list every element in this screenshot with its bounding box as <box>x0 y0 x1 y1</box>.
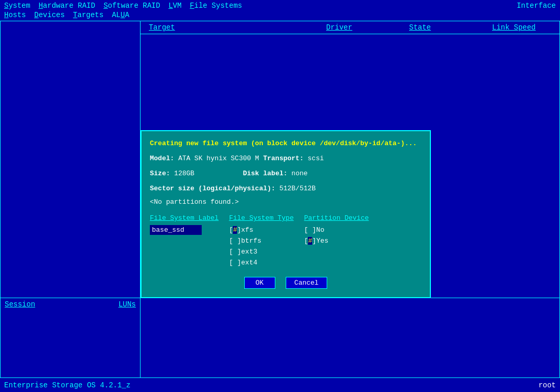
transport-label: Transport: <box>263 155 303 162</box>
sector-label: Sector size (logical/physical): <box>150 185 275 192</box>
fs-type-xfs[interactable]: [#]xfs <box>229 225 294 236</box>
partition-col: Partition Device [ ]No [#]Yes <box>304 214 369 247</box>
no-partitions: <No partitions found.> <box>150 198 422 206</box>
menu-system[interactable]: System <box>4 2 30 10</box>
disk-label-label: Disk label: <box>243 170 287 177</box>
model-value: ATA SK hynix SC300 M <box>178 155 263 162</box>
menu-alua[interactable]: ALUA <box>112 11 130 19</box>
menu-bar: System Hardware RAID Software RAID LVM F… <box>0 0 560 21</box>
left-top-panel <box>1 21 140 298</box>
col-state[interactable]: State <box>409 23 451 32</box>
table-header: Target Driver State Link Speed <box>141 21 559 34</box>
col-linkspeed[interactable]: Link Speed <box>492 23 554 32</box>
fs-type-header: File System Type <box>229 214 294 222</box>
dialog-info-row3: Sector size (logical/physical): 512B/512… <box>150 184 422 194</box>
menu-lvm[interactable]: LVM <box>169 2 181 10</box>
main-wrapper: Session LUNs Target Driver State Link Sp… <box>0 21 560 392</box>
cancel-button[interactable]: Cancel <box>286 277 328 289</box>
ok-button[interactable]: OK <box>244 277 275 289</box>
dialog-title: Creating new file system (on block devic… <box>150 139 422 147</box>
status-left: Enterprise Storage OS 4.2.1_z <box>4 381 131 389</box>
menu-hardware-raid[interactable]: Hardware RAID <box>38 2 95 10</box>
dialog: Creating new file system (on block devic… <box>141 130 431 298</box>
fs-label-col: File System Label <box>150 214 219 235</box>
fs-type-btrfs[interactable]: [ ]btrfs <box>229 236 294 247</box>
size-label: Size: <box>150 170 170 177</box>
model-label: Model: <box>150 155 174 162</box>
menu-interface[interactable]: Interface <box>516 2 556 10</box>
partition-no[interactable]: [ ]No <box>304 225 369 236</box>
luns-label[interactable]: LUNs <box>118 300 136 309</box>
menu-file-systems[interactable]: File Systems <box>190 2 242 10</box>
session-label[interactable]: Session <box>5 300 35 309</box>
menu-hosts[interactable]: Hosts <box>4 11 26 19</box>
partition-header: Partition Device <box>304 214 369 222</box>
sector-value: 512B/512B <box>279 185 316 192</box>
col-target[interactable]: Target <box>145 23 285 32</box>
col-driver[interactable]: Driver <box>326 23 368 32</box>
dialog-info-row2: Size: 128GB Disk label: none <box>150 169 422 179</box>
transport-value: scsi <box>307 155 324 162</box>
fs-type-ext4[interactable]: [ ]ext4 <box>229 258 294 269</box>
fs-label-input[interactable] <box>150 225 202 235</box>
size-value: 128GB <box>174 170 239 177</box>
status-right: root <box>538 381 556 389</box>
menu-row-2: Hosts Devices Targets ALUA <box>0 10 560 20</box>
disk-label-value: none <box>291 170 307 177</box>
menu-targets[interactable]: Targets <box>73 11 104 19</box>
menu-devices[interactable]: Devices <box>34 11 65 19</box>
fs-label-header: File System Label <box>150 214 219 222</box>
fs-type-ext3[interactable]: [ ]ext3 <box>229 247 294 258</box>
status-bar: Enterprise Storage OS 4.2.1_z root <box>0 377 560 392</box>
dialog-info-row1: Model: ATA SK hynix SC300 M Transport: s… <box>150 153 422 164</box>
fs-type-col: File System Type [#]xfs [ ]btrfs [ ]ext3… <box>229 214 294 268</box>
menu-row-1: System Hardware RAID Software RAID LVM F… <box>0 1 560 10</box>
left-section: Session LUNs <box>1 21 141 391</box>
menu-software-raid[interactable]: Software RAID <box>104 2 160 10</box>
dialog-form: File System Label File System Type [#]xf… <box>150 214 422 268</box>
partition-yes[interactable]: [#]Yes <box>304 236 369 247</box>
dialog-buttons: OK Cancel <box>150 277 422 289</box>
